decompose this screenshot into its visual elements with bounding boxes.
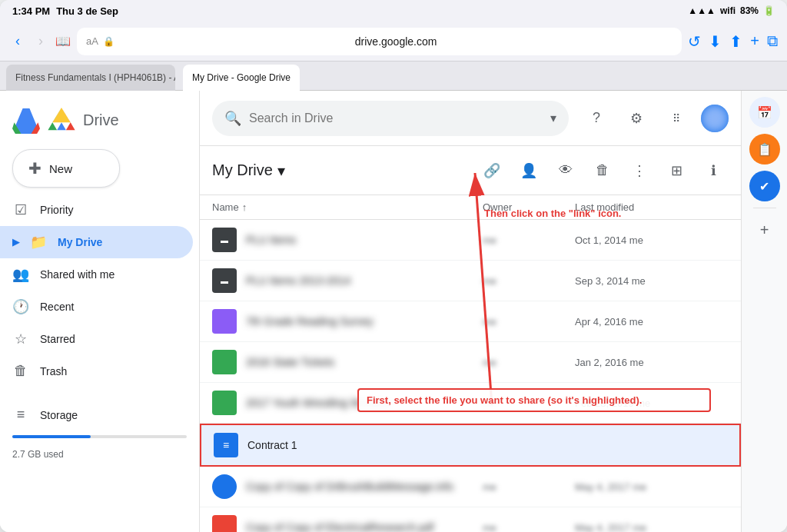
file-owner: me [483, 357, 575, 368]
file-icon: ▬ [212, 268, 237, 293]
help-button[interactable]: ? [581, 103, 612, 134]
wifi-icon: wifi [720, 5, 736, 16]
share-button[interactable]: ⬆ [729, 32, 742, 51]
browser-frame: 1:34 PM Thu 3 de Sep ▲▲▲ wifi 83% 🔋 ‹ › … [0, 0, 787, 532]
download-button[interactable]: ⬇ [709, 32, 722, 51]
storage-bar [12, 435, 187, 438]
more-options-button[interactable]: ⋮ [624, 155, 655, 186]
aa-label: aA [86, 35, 98, 47]
notes-panel-button[interactable]: 📋 [749, 134, 780, 165]
info-button[interactable]: ℹ [698, 155, 729, 186]
drive-title[interactable]: My Drive ▾ [212, 161, 285, 180]
file-icon [212, 391, 237, 415]
view-button[interactable]: 👁 [550, 155, 581, 186]
avatar-image [701, 105, 729, 132]
back-button[interactable]: ‹ [9, 30, 26, 52]
starred-icon: ☆ [12, 331, 29, 347]
tasks-panel-button[interactable]: ✔ [749, 171, 780, 201]
browser-toolbar: ‹ › 📖 aA 🔒 drive.google.com ↺ ⬇ ⬆ + ⧉ [0, 22, 787, 62]
table-row[interactable]: 7th Grade Reading Survey me Apr 4, 2016 … [200, 301, 741, 342]
refresh-button[interactable]: ↺ [688, 32, 701, 51]
grid-view-button[interactable]: ⊞ [661, 155, 692, 186]
new-button-label: New [49, 162, 72, 175]
delete-button[interactable]: 🗑 [587, 155, 618, 186]
drive-logo-header[interactable]: Drive [0, 97, 199, 143]
file-owner: me [483, 522, 575, 533]
url-display: drive.google.com [119, 35, 672, 48]
file-modified: Sep 3, 2014 me [575, 275, 729, 287]
link-icon: 🔗 [483, 162, 500, 179]
link-button[interactable]: 🔗 [477, 155, 507, 186]
file-name: Copy of Copy of DrBrushBuildMessage.info [246, 480, 483, 493]
table-row-selected[interactable]: ≡ Contract 1 [200, 424, 741, 467]
add-tab-button[interactable]: + [750, 32, 759, 50]
file-name: 7th Grade Reading Survey [246, 315, 483, 328]
drive-title-dropdown: ▾ [277, 161, 285, 180]
battery-icon: 🔋 [763, 5, 775, 16]
file-owner: me [483, 316, 575, 328]
status-bar: 1:34 PM Thu 3 de Sep ▲▲▲ wifi 83% 🔋 [0, 0, 787, 22]
file-owner: me [483, 481, 575, 493]
search-input[interactable] [249, 111, 543, 125]
file-list: ▬ PLU Items me Oct 1, 2014 me ▬ PLU Item… [200, 220, 741, 532]
col-name-header[interactable]: Name ↑ [212, 201, 483, 213]
right-panel: 📅 📋 ✔ + [741, 91, 787, 532]
table-row[interactable]: Copy of Copy of DrBrushBuildMessage.info… [200, 467, 741, 507]
table-row[interactable]: 2017 Youth Wrestling Workers me Feb 28, … [200, 383, 741, 424]
sidebar-item-my-drive[interactable]: ▶ 📁 My Drive [0, 226, 193, 258]
my-drive-icon: 📁 [30, 234, 47, 251]
settings-button[interactable]: ⚙ [621, 103, 652, 134]
calendar-panel-button[interactable]: 📅 [749, 97, 780, 128]
drive-logo-icon [12, 106, 40, 134]
table-row[interactable]: ▬ PLU Items 2013-2014 me Sep 3, 2014 me [200, 261, 741, 301]
name-col-label: Name [212, 201, 239, 213]
file-owner: me [483, 397, 575, 409]
multi-window-button[interactable]: ⧉ [767, 32, 778, 50]
search-box[interactable]: 🔍 ▾ [212, 101, 569, 136]
owner-col-label: Owner [483, 201, 512, 213]
add-person-icon: 👤 [520, 162, 537, 179]
signal-icon: ▲▲▲ [688, 5, 716, 16]
sort-icon: ↑ [242, 201, 247, 213]
trash-label: Trash [40, 365, 67, 377]
address-bar[interactable]: aA 🔒 drive.google.com [77, 28, 682, 55]
avatar[interactable] [701, 105, 729, 132]
grid-icon: ⊞ [671, 162, 682, 179]
status-date: Thu 3 de Sep [56, 5, 118, 17]
info-icon: ℹ [711, 162, 716, 179]
drive-title-label: My Drive [212, 161, 273, 179]
file-name: PLU Items 2013-2014 [246, 274, 483, 287]
svg-marker-1 [48, 122, 57, 130]
add-panel-button[interactable]: + [749, 214, 780, 245]
sidebar-item-priority[interactable]: ☑ Priority [0, 194, 193, 226]
sidebar-item-storage[interactable]: ≡ Storage [0, 399, 193, 431]
calendar-icon: 📅 [757, 105, 772, 120]
tab-1[interactable]: Fitness Fundamentals I (HPH4061B) - Acti… [6, 65, 175, 91]
my-drive-label: My Drive [58, 236, 102, 248]
top-bar: 🔍 ▾ ? ⚙ ⠿ [200, 91, 741, 146]
tab-2-label: My Drive - Google Drive [192, 72, 291, 83]
file-icon: ▬ [212, 228, 237, 252]
add-person-button[interactable]: 👤 [513, 155, 544, 186]
search-icon: 🔍 [224, 110, 241, 127]
sidebar-item-starred[interactable]: ☆ Starred [0, 323, 193, 355]
tab-bar: Fitness Fundamentals I (HPH4061B) - Acti… [0, 62, 787, 91]
table-row[interactable]: ▬ PLU Items me Oct 1, 2014 me [200, 220, 741, 261]
search-dropdown-icon[interactable]: ▾ [550, 111, 556, 125]
col-modified-header: Last modified [575, 201, 729, 213]
apps-button[interactable]: ⠿ [661, 103, 692, 134]
sidebar-item-trash[interactable]: 🗑 Trash [0, 355, 193, 387]
file-modified: Oct 1, 2014 me [575, 234, 729, 246]
sidebar-item-shared-with-me[interactable]: 👥 Shared with me [0, 258, 193, 291]
trash-icon: 🗑 [12, 363, 29, 379]
reader-button[interactable]: 📖 [55, 34, 71, 48]
new-button[interactable]: ✚ New [12, 149, 120, 188]
file-modified: May 4, 2017 me [575, 481, 729, 493]
table-row[interactable]: Copy of Copy of ElectricalResearch.pdf m… [200, 507, 741, 532]
tasks-icon: ✔ [759, 179, 769, 194]
table-row[interactable]: 2016 State Tickets me Jan 2, 2016 me [200, 342, 741, 383]
forward-button[interactable]: › [32, 30, 49, 52]
recent-icon: 🕐 [12, 298, 29, 315]
sidebar-item-recent[interactable]: 🕐 Recent [0, 291, 193, 323]
tab-2[interactable]: My Drive - Google Drive [183, 65, 300, 91]
